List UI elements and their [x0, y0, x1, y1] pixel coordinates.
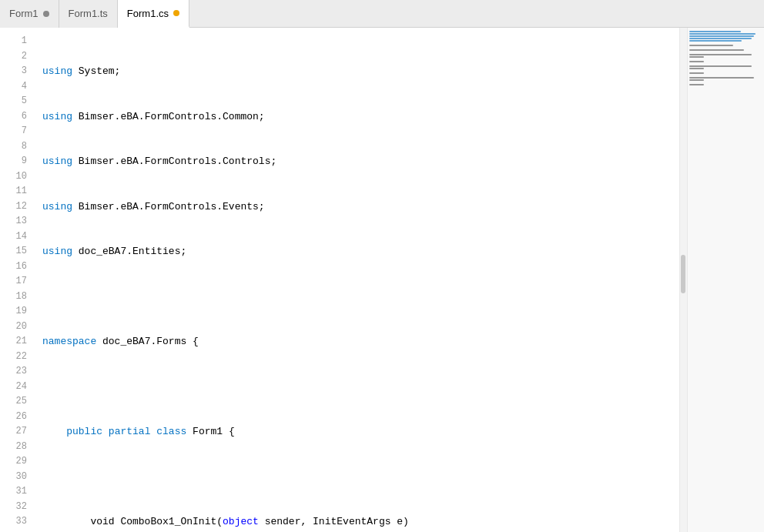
ln-28: 28	[0, 440, 27, 455]
mini-line-2	[689, 33, 756, 35]
mini-line-17	[689, 68, 704, 69]
ln-33: 33	[0, 514, 27, 530]
mini-line-21	[689, 77, 754, 79]
tab-form1ts-label: Form1.ts	[69, 8, 108, 19]
mini-line-3	[689, 35, 754, 37]
line-numbers: 1 2 3 4 5 6 7 8 9 10 11 12 13 14 15 16 1…	[0, 28, 35, 532]
ln-19: 19	[0, 304, 27, 320]
code-line-10	[42, 470, 679, 485]
scrollbar-thumb[interactable]	[681, 255, 685, 293]
ln-26: 26	[0, 410, 27, 425]
editor-container: 1 2 3 4 5 6 7 8 9 10 11 12 13 14 15 16 1…	[0, 28, 764, 532]
mini-line-19	[689, 72, 704, 74]
code-line-6	[42, 289, 679, 305]
ln-1: 1	[0, 34, 27, 49]
code-line-7: namespace doc_eBA7.Forms {	[42, 334, 679, 350]
ln-32: 32	[0, 500, 27, 515]
tab-form1ts[interactable]: Form1.ts	[59, 0, 118, 28]
ln-8: 8	[0, 139, 27, 155]
ln-20: 20	[0, 320, 27, 335]
code-line-5: using doc_eBA7.Entities;	[42, 244, 679, 259]
ln-2: 2	[0, 49, 27, 65]
minimap-content	[688, 28, 764, 89]
mini-line-22	[689, 79, 704, 81]
ln-31: 31	[0, 484, 27, 500]
mini-line-1	[689, 31, 741, 32]
tab-form1cs-label: Form1.cs	[127, 8, 169, 19]
ln-5: 5	[0, 94, 27, 109]
ln-3: 3	[0, 64, 27, 79]
mini-line-24	[689, 84, 704, 85]
ln-14: 14	[0, 229, 27, 245]
ln-9: 9	[0, 154, 27, 169]
ln-18: 18	[0, 289, 27, 305]
mini-line-9	[689, 49, 744, 51]
ln-25: 25	[0, 394, 27, 410]
tab-bar: Form1 Form1.ts Form1.cs	[0, 0, 764, 28]
mini-line-7	[689, 45, 733, 46]
tab-form1-dot	[43, 11, 49, 17]
mini-line-5	[689, 40, 742, 42]
ln-10: 10	[0, 169, 27, 185]
ln-13: 13	[0, 214, 27, 229]
ln-11: 11	[0, 184, 27, 199]
mini-line-14	[689, 61, 704, 62]
ln-4: 4	[0, 79, 27, 95]
ln-24: 24	[0, 380, 27, 395]
mini-line-11	[689, 54, 752, 55]
ln-16: 16	[0, 259, 27, 275]
vertical-scrollbar[interactable]	[679, 28, 687, 532]
tab-form1cs[interactable]: Form1.cs	[118, 0, 189, 28]
code-line-4: using Bimser.eBA.FormControls.Events;	[42, 199, 679, 215]
mini-line-12	[689, 56, 704, 58]
tab-form1cs-dot	[173, 10, 179, 16]
ln-15: 15	[0, 244, 27, 259]
ln-22: 22	[0, 350, 27, 365]
ln-21: 21	[0, 334, 27, 350]
code-line-9: public partial class Form1 {	[42, 424, 679, 440]
code-line-8	[42, 380, 679, 395]
code-line-11: void ComboBox1_OnInit(object sender, Ini…	[42, 514, 679, 530]
ln-23: 23	[0, 364, 27, 380]
code-line-3: using Bimser.eBA.FormControls.Controls;	[42, 154, 679, 169]
code-line-1: using System;	[42, 64, 679, 79]
ln-30: 30	[0, 470, 27, 485]
tab-form1-label: Form1	[9, 8, 39, 19]
mini-line-4	[689, 38, 752, 39]
mini-line-16	[689, 65, 752, 67]
tab-form1[interactable]: Form1	[0, 0, 59, 28]
code-editor[interactable]: using System; using Bimser.eBA.FormContr…	[35, 28, 679, 532]
ln-7: 7	[0, 124, 27, 139]
ln-29: 29	[0, 454, 27, 470]
ln-6: 6	[0, 109, 27, 125]
ln-27: 27	[0, 424, 27, 440]
code-line-2: using Bimser.eBA.FormControls.Common;	[42, 109, 679, 125]
ln-34: 34	[0, 530, 27, 533]
ln-12: 12	[0, 199, 27, 215]
minimap	[687, 28, 764, 532]
ln-17: 17	[0, 274, 27, 289]
